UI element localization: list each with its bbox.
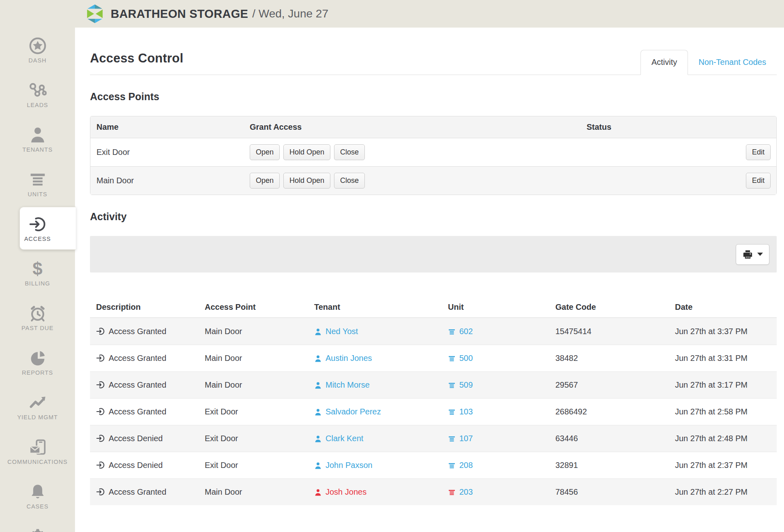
sidebar-item-access[interactable]: ACCESS [0,206,75,251]
description-value: Access Granted [109,380,166,389]
sidebar-item-tenants[interactable]: TENANTS [0,117,75,161]
date-value: Jun 27th at 2:27 PM [669,478,777,505]
comm-icon [29,438,47,457]
description-value: Access Denied [109,461,163,470]
dollar-icon: $ [32,260,42,278]
star-icon [29,36,47,55]
tenant-link[interactable]: Mitch Morse [326,380,370,389]
close-button[interactable]: Close [334,173,365,189]
activity-row: Access Granted Main Door Austin Jones 50… [90,345,777,371]
person-icon [314,355,322,363]
sidebar-nav: DASH LEADS TENANTS UNITS ACCESS $ BILLIN… [0,28,75,532]
sign-in-icon [96,487,105,496]
edit-button[interactable]: Edit [746,144,771,160]
tenant-link[interactable]: Salvador Perez [326,407,381,416]
tenant-link[interactable]: Ned Yost [326,327,358,336]
sidebar-item-settings[interactable]: SETTINGS [0,518,75,532]
description-value: Access Granted [109,327,166,336]
activity-row: Access Granted Main Door Ned Yost 602 15… [90,318,777,345]
access-point-row: Main Door OpenHold OpenClose Edit [90,166,776,195]
unit-link[interactable]: 203 [459,487,473,496]
sign-in-icon [96,407,105,416]
access-point-value: Exit Door [199,425,308,452]
close-button[interactable]: Close [334,144,365,160]
sidebar-item-past-due[interactable]: PAST DUE [0,295,75,340]
date-value: Jun 27th at 2:58 PM [669,398,777,425]
tab-bar: ActivityNon-Tenant Codes [640,50,777,75]
person-icon [314,435,322,443]
edit-button[interactable]: Edit [746,173,771,189]
unit-garage-icon [448,462,456,470]
sidebar-item-units[interactable]: UNITS [0,161,75,206]
unit-link[interactable]: 103 [459,407,473,416]
gate-code-value: 29567 [549,371,669,398]
tenant-link[interactable]: Clark Kent [326,434,363,443]
date-value: Jun 27th at 3:37 PM [669,318,777,345]
person-icon [314,328,322,336]
unit-link[interactable]: 107 [459,434,473,443]
hold-open-button[interactable]: Hold Open [283,173,330,189]
date-value: Jun 27th at 2:37 PM [669,452,777,478]
access-point-row: Exit Door OpenHold OpenClose Edit [90,138,776,166]
sign-in-icon [96,380,105,389]
date-value: Jun 27th at 3:31 PM [669,345,777,371]
open-button[interactable]: Open [250,173,280,189]
gate-code-value: 78456 [549,478,669,505]
date-value: Jun 27th at 3:17 PM [669,371,777,398]
tab-activity[interactable]: Activity [640,50,688,75]
access-point-value: Exit Door [199,452,308,478]
sidebar-item-communications[interactable]: COMMUNICATIONS [0,429,75,474]
sidebar-item-billing[interactable]: $ BILLING [0,251,75,295]
garage-icon [29,170,47,189]
sidebar-item-leads[interactable]: LEADS [0,72,75,117]
column-unit: Unit [442,297,549,318]
unit-link[interactable]: 208 [459,461,473,470]
alarm-icon [29,304,47,323]
activity-table: Description Access Point Tenant Unit Gat… [90,297,777,505]
unit-garage-icon [448,382,456,389]
column-description: Description [90,297,199,318]
signin-icon [29,215,47,234]
gate-code-value: 38482 [549,345,669,371]
gate-code-value: 2686492 [549,398,669,425]
header-date: / Wed, June 27 [252,7,328,20]
column-name: Name [90,116,244,138]
tenant-link[interactable]: Josh Jones [326,487,366,496]
print-button[interactable] [736,244,769,265]
sidebar-item-reports[interactable]: REPORTS [0,340,75,384]
person-icon [314,462,322,470]
caret-down-icon [757,253,763,256]
tab-non-tenant-codes[interactable]: Non-Tenant Codes [688,50,777,75]
person-icon [314,489,322,496]
person-icon [314,408,322,416]
sidebar-item-dash[interactable]: DASH [0,28,75,72]
date-value: Jun 27th at 2:48 PM [669,425,777,452]
sidebar-item-yield-mgmt[interactable]: YIELD MGMT [0,384,75,429]
activity-header-row: Description Access Point Tenant Unit Gat… [90,297,777,318]
activity-row: Access Denied Exit Door John Paxson 208 … [90,452,777,478]
hold-open-button[interactable]: Hold Open [283,144,330,160]
access-points-heading: Access Points [90,91,777,103]
access-point-value: Main Door [199,318,308,345]
access-point-value: Exit Door [199,398,308,425]
unit-garage-icon [448,355,456,363]
unit-link[interactable]: 509 [459,380,473,389]
access-point-value: Main Door [199,345,308,371]
access-point-name: Main Door [90,166,244,195]
open-button[interactable]: Open [250,144,280,160]
sign-in-icon [96,327,105,336]
column-grant-access: Grant Access [244,116,581,138]
access-point-value: Main Door [199,478,308,505]
activity-row: Access Granted Main Door Josh Jones 203 … [90,478,777,505]
unit-link[interactable]: 602 [459,327,473,336]
tenant-link[interactable]: Austin Jones [326,354,372,363]
person-icon [314,382,322,389]
sidebar-item-cases[interactable]: CASES [0,474,75,518]
top-bar: BARATHEON STORAGE / Wed, June 27 [0,0,784,28]
unit-garage-icon [448,408,456,416]
tenant-link[interactable]: John Paxson [326,461,373,470]
brand-title: BARATHEON STORAGE [111,7,248,21]
column-status: Status [581,116,776,138]
activity-heading: Activity [90,211,777,223]
unit-link[interactable]: 500 [459,354,473,363]
